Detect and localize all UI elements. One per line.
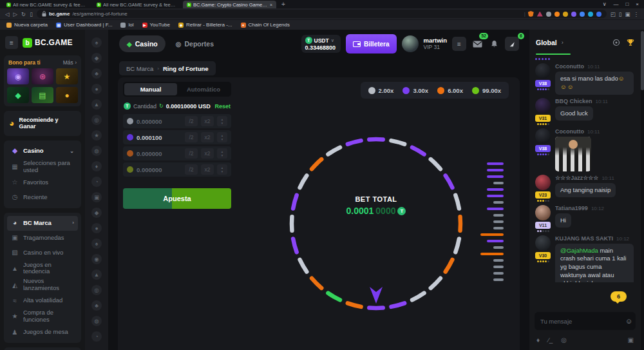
maximize-icon[interactable]: □ [625, 1, 629, 8]
bookmark-item[interactable]: ◆Retirar - Billetera -... [178, 22, 232, 28]
wallet-button[interactable]: Billetera [346, 34, 396, 53]
provider-icon[interactable]: ◆ [91, 208, 102, 218]
avatar[interactable] [535, 128, 551, 144]
bonus-more-link[interactable]: Más › [63, 59, 77, 66]
bet-stepper[interactable]: ▴▾ [217, 132, 227, 142]
bet-amount-value[interactable]: 0.000000 [137, 118, 162, 125]
provider-icon[interactable]: ♠ [91, 37, 102, 48]
sidebar-item-bc-marca[interactable]: ◕BC Marca› [7, 216, 78, 231]
provider-icon[interactable]: ◆ [91, 53, 102, 63]
bookmark-item[interactable]: Nueva carpeta [6, 22, 48, 28]
minimize-icon[interactable]: — [613, 1, 618, 8]
tab-close-icon[interactable]: × [270, 3, 272, 7]
bcgame-logo[interactable]: b BC.GAME [23, 38, 73, 48]
half-bet-button[interactable]: /2 [185, 116, 198, 126]
sidebar-item-tragamonedas[interactable]: ▣Tragamonedas [7, 231, 78, 246]
mode-tab-automático[interactable]: Automático [177, 83, 230, 95]
blue-extension-icon[interactable] [580, 12, 585, 17]
side-panel-icon[interactable]: ▯ [619, 11, 622, 17]
slash-command-icon[interactable]: ∕_ [548, 336, 553, 344]
profile-icon[interactable]: ▣ [625, 11, 630, 17]
header-tab-deportes[interactable]: ◎Deportes [168, 35, 222, 52]
shield-extension-icon[interactable] [528, 11, 534, 17]
half-bet-button[interactable]: /2 [185, 164, 198, 175]
mail-button[interactable]: 52 [471, 37, 483, 51]
avatar[interactable] [535, 63, 551, 79]
provider-icon[interactable]: ◔ [91, 331, 102, 342]
provider-icon[interactable]: ▣ [91, 192, 102, 202]
breadcrumb-parent[interactable]: BC Marca [126, 65, 153, 72]
provider-icon[interactable]: ♣ [91, 68, 102, 79]
sidebar-item-alta-volatilidad[interactable]: ≈Alta volatilidad [7, 293, 78, 308]
avatar[interactable] [535, 98, 551, 113]
bookmark-item[interactable]: lol [120, 22, 133, 28]
extension-icon[interactable] [546, 12, 551, 17]
bet-amount-value[interactable]: 0.000000 [137, 166, 162, 173]
provider-icon[interactable]: ◎ [91, 285, 102, 295]
bookmark-item[interactable]: ▶YouTube [142, 22, 170, 28]
browser-tab[interactable]: bAll new BC.GAME survey & feedback r [93, 1, 182, 8]
provider-icon[interactable]: ◎ [91, 115, 102, 125]
reload-icon[interactable]: ↻ [21, 11, 26, 17]
gold-extension-icon[interactable] [563, 12, 568, 17]
provider-icon[interactable]: ♦ [91, 161, 102, 171]
wallet-extension-icon[interactable] [596, 12, 601, 17]
forward-icon[interactable]: ▷ [14, 11, 18, 17]
provider-icon[interactable]: ● [91, 84, 102, 94]
browser-tab[interactable]: bBC.Game: Crypto Casino Games &× [183, 1, 276, 8]
provider-icon[interactable]: ◍ [91, 316, 102, 326]
chat-username[interactable]: Tatiana1999 [555, 205, 588, 211]
new-tab-button[interactable]: + [281, 1, 285, 8]
provider-icon[interactable]: ◉ [91, 254, 102, 264]
double-bet-button[interactable]: x2 [201, 132, 214, 142]
refer-card[interactable]: ◕ Recomiende y Ganar [4, 111, 81, 136]
half-bet-button[interactable]: /2 [185, 132, 198, 142]
trophy-icon[interactable] [627, 39, 634, 46]
back-icon[interactable]: ◁ [5, 11, 10, 17]
browser-tab[interactable]: bAll new BC.GAME survey & feedback r [3, 1, 91, 8]
avatar[interactable] [535, 235, 551, 251]
provider-icon[interactable]: ◍ [91, 146, 102, 156]
sidebar-item-juegos-de-mesa[interactable]: ♟Juegos de mesa [7, 325, 78, 340]
triangle-extension-icon[interactable] [537, 12, 543, 17]
coin-bonus-tile[interactable]: ● [56, 87, 78, 103]
chat-username[interactable]: ☆☆☆Jazz☆☆☆ [555, 175, 598, 181]
sidebar-menu-icon[interactable]: ≡ [5, 36, 18, 49]
emoji-picker-icon[interactable]: ☺ [625, 317, 632, 325]
record-icon[interactable] [612, 39, 620, 46]
bet-button[interactable]: Apuesta [123, 188, 231, 209]
provider-icon[interactable]: ♣ [91, 300, 102, 311]
sidebar-item-casino-en-vivo[interactable]: ▧Casino en vivo [7, 246, 78, 260]
fox-extension-icon[interactable] [554, 12, 560, 17]
sidebar-item-nuevos-lanzamientos[interactable]: ◭Nuevos lanzamientos [7, 277, 78, 293]
chat-input[interactable] [540, 318, 625, 325]
close-icon[interactable]: × [636, 1, 639, 8]
double-bet-button[interactable]: x2 [201, 116, 214, 126]
currency-toggle-icon[interactable]: ↻ [159, 103, 164, 109]
avatar[interactable] [535, 175, 551, 190]
chat-username[interactable]: KUJANG MAS SAKTI [555, 235, 613, 242]
provider-icon[interactable]: ▲ [91, 269, 102, 280]
unread-count-bubble[interactable]: 6 [611, 291, 627, 302]
sidebar-item-selecciones[interactable]: ▦Selecciones para usted [7, 159, 78, 175]
cash-bonus-tile[interactable]: ▤ [32, 87, 53, 103]
keyboard-icon[interactable]: ▣ [628, 336, 634, 344]
chat-image-attachment[interactable] [555, 137, 591, 171]
avatar[interactable] [535, 205, 551, 220]
provider-icon[interactable]: ▲ [91, 99, 102, 110]
bet-amount-value[interactable]: 0.000000 [137, 150, 162, 157]
user-menu-icon[interactable]: ≡ [452, 37, 466, 51]
user-avatar[interactable] [402, 35, 419, 52]
wheel-bonus-tile[interactable]: ◉ [7, 68, 29, 84]
coin-drop-icon[interactable]: ◎ [561, 336, 567, 344]
provider-icon[interactable]: ● [91, 223, 102, 233]
double-bet-button[interactable]: x2 [201, 164, 214, 175]
flask-bonus-tile[interactable]: ◆ [7, 87, 29, 103]
page-scrollbar-thumb[interactable] [641, 31, 644, 90]
sidebar-item-juegos-en-tendencia[interactable]: ▲Juegos en tendencia [7, 260, 78, 277]
purple-extension-icon[interactable] [571, 12, 576, 17]
provider-icon[interactable]: ★ [91, 130, 102, 141]
mention-link[interactable]: @GajahMada [560, 247, 598, 254]
bookmark-item[interactable]: ▦User Dashboard | F... [56, 22, 112, 28]
bet-amount-value[interactable]: 0.000100 [137, 134, 162, 141]
